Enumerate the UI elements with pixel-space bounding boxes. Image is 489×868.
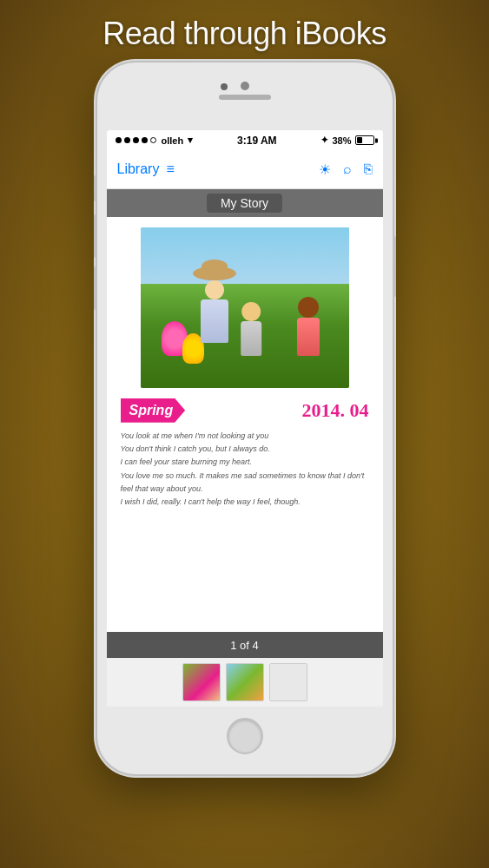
volume-up-button[interactable]	[94, 214, 97, 258]
signal-dot-3	[133, 137, 139, 143]
list-icon[interactable]: ≡	[166, 161, 174, 177]
nav-right-group: ☀ ⌕ ⎘	[319, 161, 373, 178]
bluetooth-icon: ✦	[320, 135, 328, 146]
battery-fill	[357, 137, 363, 143]
signal-dot-1	[116, 137, 122, 143]
woman-head	[205, 280, 224, 299]
poem-line-3: I can feel your stare burning my heart.	[121, 456, 369, 469]
power-button[interactable]	[393, 236, 396, 297]
front-sensor	[221, 83, 228, 90]
girl-figure	[297, 297, 320, 356]
woman-body	[201, 299, 228, 343]
poem-line-1: You look at me when I'm not looking at y…	[121, 430, 369, 443]
status-left: olleh ▾	[116, 135, 194, 146]
status-bar: olleh ▾ 3:19 AM ✦ 38%	[107, 130, 383, 151]
season-label: Spring	[121, 398, 186, 423]
top-bezel	[106, 71, 384, 130]
status-right: ✦ 38%	[320, 135, 373, 146]
book-content-area[interactable]: Spring 2014. 04 You look at me when I'm …	[107, 217, 383, 632]
bottom-bezel	[106, 707, 384, 766]
status-time: 3:19 AM	[237, 135, 277, 147]
carrier-name: olleh	[162, 135, 184, 146]
poem-line-5: I wish I did, really. I can't help the w…	[121, 496, 369, 509]
brightness-icon[interactable]: ☀	[319, 161, 331, 178]
book-title: My Story	[207, 194, 282, 213]
phone-screen: olleh ▾ 3:19 AM ✦ 38% Library ≡ ☀ ⌕ ⎘	[107, 130, 383, 707]
boy-head	[241, 302, 261, 321]
season-date-row: Spring 2014. 04	[121, 398, 369, 423]
phone-frame: olleh ▾ 3:19 AM ✦ 38% Library ≡ ☀ ⌕ ⎘	[97, 62, 393, 774]
search-icon[interactable]: ⌕	[343, 161, 352, 177]
page-indicator: 1 of 4	[107, 632, 383, 658]
signal-dot-2	[124, 137, 130, 143]
app-headline: Read through iBooks	[102, 16, 387, 52]
girl-head	[298, 297, 319, 318]
page-photo	[141, 227, 349, 388]
front-camera	[241, 82, 249, 90]
thumbnail-2[interactable]	[226, 663, 264, 701]
season-banner: Spring	[121, 398, 186, 423]
girl-body	[297, 318, 320, 356]
bookmark-icon[interactable]: ⎘	[364, 161, 373, 177]
poem-line-4: You love me so much. It makes me sad som…	[121, 470, 369, 496]
boy-figure	[241, 302, 261, 356]
thumbnail-1[interactable]	[182, 663, 221, 701]
volume-down-button[interactable]	[94, 266, 97, 310]
thumbnail-3[interactable]	[269, 663, 307, 701]
nav-left-group: Library ≡	[117, 161, 175, 177]
poem-text-block: You look at me when I'm not looking at y…	[121, 430, 369, 510]
signal-dot-4	[142, 137, 148, 143]
battery-percentage: 38%	[332, 135, 351, 146]
mute-button[interactable]	[94, 175, 97, 201]
poem-line-2: You don't think I catch you, but I alway…	[121, 443, 369, 456]
navigation-bar: Library ≡ ☀ ⌕ ⎘	[107, 151, 383, 189]
earpiece-speaker	[219, 95, 271, 100]
woman-figure	[193, 266, 236, 343]
wifi-icon: ▾	[188, 135, 193, 146]
home-button[interactable]	[227, 718, 263, 754]
photo-sky	[141, 227, 349, 292]
woman-hat	[193, 266, 236, 280]
library-button[interactable]: Library	[117, 161, 160, 177]
battery-icon	[355, 135, 374, 145]
book-title-bar: My Story	[107, 189, 383, 217]
thumbnail-strip	[107, 658, 383, 707]
boy-body	[241, 321, 261, 356]
page-indicator-text: 1 of 4	[230, 639, 259, 652]
signal-dot-5	[150, 137, 156, 143]
season-date: 2014. 04	[302, 399, 369, 422]
